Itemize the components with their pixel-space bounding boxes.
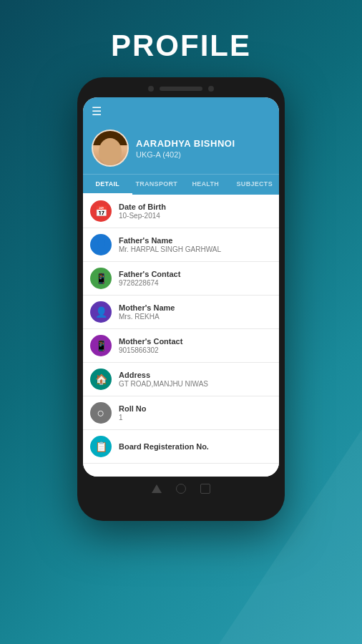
recents-button[interactable] — [200, 484, 210, 494]
hamburger-menu[interactable]: ☰ — [92, 104, 102, 118]
tab-subjects[interactable]: SUBJECTS — [230, 175, 280, 195]
date-of-birth-icon: 📅 — [90, 200, 112, 222]
home-button[interactable] — [176, 484, 186, 494]
roll-no-value: 1 — [119, 414, 147, 421]
profile-class: UKG-A (402) — [136, 150, 235, 159]
list-item: 👤 Father's Name Mr. HARPAL SINGH GARHWAL — [83, 228, 279, 262]
date-of-birth-label: Date of Birth — [119, 203, 166, 211]
sensor-icon — [208, 86, 214, 92]
board-reg-label: Board Registeration No. — [119, 442, 209, 451]
roll-no-text: Roll No 1 — [119, 404, 147, 421]
camera-icon — [148, 86, 154, 92]
page-title: PROFILE — [111, 29, 251, 63]
app-header: ☰ — [83, 97, 279, 125]
mothers-contact-label: Mother's Contact — [119, 337, 182, 346]
phone-top-bar — [83, 86, 279, 92]
back-button[interactable] — [152, 484, 162, 493]
mothers-contact-text: Mother's Contact 9015866302 — [119, 337, 182, 354]
mothers-contact-icon: 📱 — [90, 335, 112, 356]
date-of-birth-value: 10-Sep-2014 — [119, 212, 166, 220]
address-text: Address GT ROAD,MANJHU NIWAS — [119, 371, 208, 388]
list-item: 📋 Board Registeration No. — [83, 430, 279, 464]
mothers-contact-value: 9015866302 — [119, 346, 182, 354]
address-icon: 🏠 — [90, 369, 112, 390]
profile-name: AARADHYA BISHNOI — [136, 138, 235, 149]
mothers-name-icon: 👤 — [90, 301, 112, 323]
address-label: Address — [119, 371, 208, 379]
list-item: ○ Roll No 1 — [83, 396, 279, 430]
phone-screen: ☰ AARADHYA BISHNOI UKG-A (402) DETAIL TR… — [83, 97, 279, 477]
mothers-name-value: Mrs. REKHA — [119, 313, 175, 321]
fathers-name-icon: 👤 — [90, 234, 112, 255]
board-reg-text: Board Registeration No. — [119, 442, 209, 452]
avatar-face — [93, 131, 127, 165]
tab-transport[interactable]: TRANSPORT — [132, 175, 182, 195]
list-item: 📱 Father's Contact 9728228674 — [83, 262, 279, 296]
roll-no-label: Roll No — [119, 404, 147, 413]
content-list: 📅 Date of Birth 10-Sep-2014 👤 Father's N… — [83, 195, 279, 477]
fathers-contact-label: Father's Contact — [119, 270, 180, 278]
list-item: 📱 Mother's Contact 9015866302 — [83, 329, 279, 363]
avatar-face-oval — [99, 138, 122, 165]
fathers-contact-text: Father's Contact 9728228674 — [119, 270, 180, 287]
board-reg-icon: 📋 — [90, 436, 112, 457]
tab-detail[interactable]: DETAIL — [83, 175, 132, 195]
list-item: 📅 Date of Birth 10-Sep-2014 — [83, 195, 279, 228]
mothers-name-label: Mother's Name — [119, 303, 175, 312]
roll-no-icon: ○ — [90, 402, 112, 424]
address-value: GT ROAD,MANJHU NIWAS — [119, 380, 208, 388]
date-of-birth-text: Date of Birth 10-Sep-2014 — [119, 203, 166, 220]
avatar — [92, 130, 129, 167]
profile-info: AARADHYA BISHNOI UKG-A (402) — [136, 138, 235, 159]
tab-bar: DETAIL TRANSPORT HEALTH SUBJECTS — [83, 174, 279, 195]
list-item: 👤 Mother's Name Mrs. REKHA — [83, 296, 279, 329]
fathers-contact-icon: 📱 — [90, 268, 112, 289]
fathers-contact-value: 9728228674 — [119, 279, 180, 287]
fathers-name-text: Father's Name Mr. HARPAL SINGH GARHWAL — [119, 236, 221, 253]
mothers-name-text: Mother's Name Mrs. REKHA — [119, 303, 175, 321]
tab-health[interactable]: HEALTH — [181, 175, 230, 195]
fathers-name-value: Mr. HARPAL SINGH GARHWAL — [119, 245, 221, 253]
profile-section: AARADHYA BISHNOI UKG-A (402) — [83, 125, 279, 174]
fathers-name-label: Father's Name — [119, 236, 221, 245]
phone-nav-bar — [83, 484, 279, 494]
speaker — [160, 87, 202, 91]
phone-frame: ☰ AARADHYA BISHNOI UKG-A (402) DETAIL TR… — [77, 77, 285, 521]
list-item: 🏠 Address GT ROAD,MANJHU NIWAS — [83, 363, 279, 396]
